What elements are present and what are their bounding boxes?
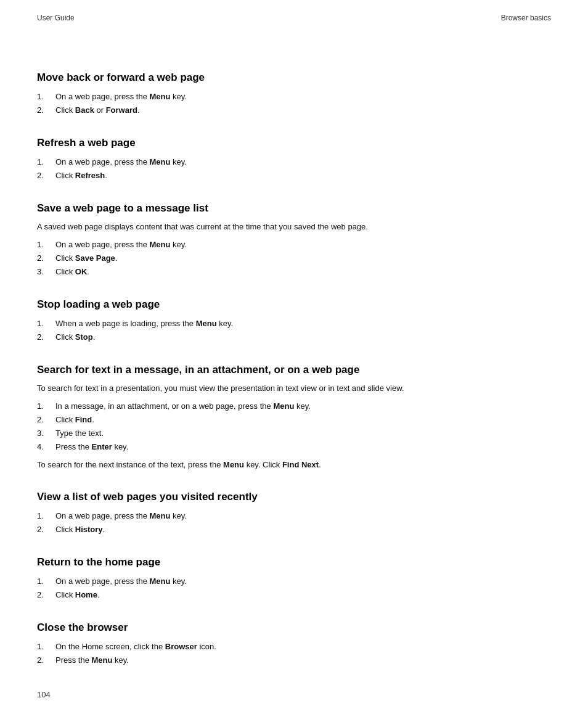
section-title-search-text: Search for text in a message, in an atta…: [37, 364, 551, 376]
list-item: 3.Type the text.: [37, 427, 551, 440]
section-return-home: Return to the home page1.On a web page, …: [37, 556, 551, 602]
step-number: 1.: [37, 575, 55, 588]
section-search-text: Search for text in a message, in an atta…: [37, 364, 551, 470]
steps-list-view-history: 1.On a web page, press the Menu key.2.Cl…: [37, 509, 551, 536]
step-number: 2.: [37, 104, 55, 117]
list-item: 2.Click Home.: [37, 588, 551, 602]
section-title-close-browser: Close the browser: [37, 622, 551, 634]
main-content: Move back or forward a web page1.On a we…: [0, 22, 588, 706]
step-number: 1.: [37, 90, 55, 104]
step-text: Press the Menu key.: [55, 654, 551, 667]
header-left: User Guide: [37, 14, 75, 22]
step-text: Click Find.: [55, 413, 551, 427]
section-intro-save-web-page: A saved web page displays content that w…: [37, 221, 551, 233]
step-number: 1.: [37, 400, 55, 413]
step-text: Click Refresh.: [55, 169, 551, 183]
step-text: On a web page, press the Menu key.: [55, 509, 551, 523]
step-number: 1.: [37, 640, 55, 654]
list-item: 3.Click OK.: [37, 265, 551, 279]
section-move-back-forward: Move back or forward a web page1.On a we…: [37, 72, 551, 117]
step-number: 2.: [37, 330, 55, 344]
section-refresh-web-page: Refresh a web page1.On a web page, press…: [37, 137, 551, 183]
step-text: Click Home.: [55, 588, 551, 602]
step-text: In a message, in an attachment, or on a …: [55, 400, 551, 413]
section-title-return-home: Return to the home page: [37, 556, 551, 568]
list-item: 4.Press the Enter key.: [37, 440, 551, 454]
step-text: On a web page, press the Menu key.: [55, 575, 551, 588]
section-stop-loading: Stop loading a web page1.When a web page…: [37, 298, 551, 344]
header-right: Browser basics: [501, 14, 551, 22]
step-number: 2.: [37, 169, 55, 183]
step-text: Type the text.: [55, 427, 551, 440]
step-number: 3.: [37, 265, 55, 279]
section-title-refresh-web-page: Refresh a web page: [37, 137, 551, 149]
step-text: Click Stop.: [55, 330, 551, 344]
list-item: 1.On a web page, press the Menu key.: [37, 575, 551, 588]
list-item: 1.On a web page, press the Menu key.: [37, 155, 551, 169]
steps-list-close-browser: 1.On the Home screen, click the Browser …: [37, 640, 551, 667]
step-text: When a web page is loading, press the Me…: [55, 317, 551, 330]
steps-list-search-text: 1.In a message, in an attachment, or on …: [37, 400, 551, 454]
list-item: 1.On the Home screen, click the Browser …: [37, 640, 551, 654]
step-text: Click Save Page.: [55, 252, 551, 265]
section-title-stop-loading: Stop loading a web page: [37, 298, 551, 311]
page-footer: 104: [37, 690, 51, 699]
section-outro-search-text: To search for the next instance of the t…: [37, 459, 551, 471]
section-title-save-web-page: Save a web page to a message list: [37, 202, 551, 215]
step-text: On the Home screen, click the Browser ic…: [55, 640, 551, 654]
page-header: User Guide Browser basics: [0, 0, 588, 22]
list-item: 1.On a web page, press the Menu key.: [37, 509, 551, 523]
list-item: 1.In a message, in an attachment, or on …: [37, 400, 551, 413]
list-item: 2.Press the Menu key.: [37, 654, 551, 667]
list-item: 1.On a web page, press the Menu key.: [37, 90, 551, 104]
step-number: 2.: [37, 654, 55, 667]
section-title-view-history: View a list of web pages you visited rec…: [37, 491, 551, 503]
steps-list-return-home: 1.On a web page, press the Menu key.2.Cl…: [37, 575, 551, 602]
step-number: 4.: [37, 440, 55, 454]
step-number: 2.: [37, 252, 55, 265]
step-number: 2.: [37, 413, 55, 427]
section-title-move-back-forward: Move back or forward a web page: [37, 72, 551, 84]
steps-list-refresh-web-page: 1.On a web page, press the Menu key.2.Cl…: [37, 155, 551, 183]
step-text: Click OK.: [55, 265, 551, 279]
steps-list-stop-loading: 1.When a web page is loading, press the …: [37, 317, 551, 344]
step-text: On a web page, press the Menu key.: [55, 155, 551, 169]
step-text: On a web page, press the Menu key.: [55, 238, 551, 252]
step-number: 2.: [37, 523, 55, 536]
list-item: 2.Click Refresh.: [37, 169, 551, 183]
list-item: 2.Click Back or Forward.: [37, 104, 551, 117]
list-item: 2.Click Save Page.: [37, 252, 551, 265]
step-text: Press the Enter key.: [55, 440, 551, 454]
list-item: 1.When a web page is loading, press the …: [37, 317, 551, 330]
step-text: Click History.: [55, 523, 551, 536]
steps-list-save-web-page: 1.On a web page, press the Menu key.2.Cl…: [37, 238, 551, 279]
section-save-web-page: Save a web page to a message listA saved…: [37, 202, 551, 279]
step-number: 1.: [37, 155, 55, 169]
step-number: 3.: [37, 427, 55, 440]
step-number: 2.: [37, 588, 55, 602]
step-text: On a web page, press the Menu key.: [55, 90, 551, 104]
section-close-browser: Close the browser1.On the Home screen, c…: [37, 622, 551, 667]
list-item: 2.Click Stop.: [37, 330, 551, 344]
list-item: 2.Click History.: [37, 523, 551, 536]
section-intro-search-text: To search for text in a presentation, yo…: [37, 382, 551, 395]
page-number: 104: [37, 690, 51, 699]
step-text: Click Back or Forward.: [55, 104, 551, 117]
step-number: 1.: [37, 317, 55, 330]
step-number: 1.: [37, 238, 55, 252]
list-item: 1.On a web page, press the Menu key.: [37, 238, 551, 252]
list-item: 2.Click Find.: [37, 413, 551, 427]
step-number: 1.: [37, 509, 55, 523]
section-view-history: View a list of web pages you visited rec…: [37, 491, 551, 536]
steps-list-move-back-forward: 1.On a web page, press the Menu key.2.Cl…: [37, 90, 551, 117]
